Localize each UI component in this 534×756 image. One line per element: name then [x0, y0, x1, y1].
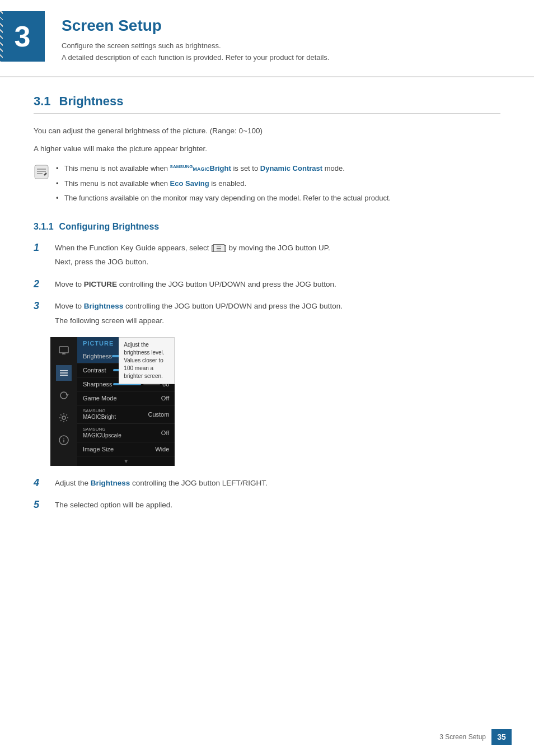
- step-number-5: 5: [34, 499, 50, 511]
- note-icon: [34, 164, 49, 180]
- step-text-5: The selected option will be applied.: [55, 499, 500, 514]
- step-number-4: 4: [34, 477, 50, 489]
- step-text-1: When the Function Key Guide appears, sel…: [55, 242, 500, 270]
- scroll-indicator: ▼: [77, 456, 175, 466]
- menu-item-magicupscale: SAMSUNG MAGICUpscale Off: [77, 424, 175, 442]
- step-number-2: 2: [34, 278, 50, 290]
- section-para-2: A higher value will make the picture app…: [34, 143, 500, 155]
- chapter-number-block: 3: [0, 11, 45, 62]
- menu-item-label-magicbright: SAMSUNG MAGICBright: [83, 409, 116, 420]
- sidebar-icon-info: [56, 432, 72, 448]
- step-text-4: Adjust the Brightness controlling the JO…: [55, 477, 500, 492]
- monitor-mockup-row: PICTURE Brightness 100 Contrast 75: [50, 337, 500, 466]
- step-2: 2 Move to PICTURE controlling the JOG bu…: [34, 278, 500, 293]
- section-header: 3.1 Brightness: [34, 94, 500, 114]
- sidebar-icon-rotate: [56, 388, 72, 403]
- section-title: Brightness: [59, 94, 124, 109]
- section-body: You can adjust the general brightness of…: [34, 125, 500, 208]
- chapter-number: 3: [15, 20, 31, 53]
- chapter-desc-2: A detailed description of each function …: [62, 53, 329, 62]
- note-box: This menu is not available when SAMSUNGM…: [34, 163, 500, 208]
- svg-rect-0: [35, 165, 48, 179]
- step-text-2: Move to PICTURE controlling the JOG butt…: [55, 278, 500, 293]
- menu-item-label-magicupscale: SAMSUNG MAGICUpscale: [83, 427, 121, 438]
- menu-item-label-brightness: Brightness: [83, 353, 112, 360]
- svg-rect-4: [59, 347, 68, 353]
- monitor-mockup: PICTURE Brightness 100 Contrast 75: [50, 337, 175, 466]
- sidebar-icon-monitor: [56, 343, 72, 358]
- menu-item-label-imagesize: Image Size: [83, 446, 114, 452]
- menu-item-label-sharpness: Sharpness: [83, 381, 113, 388]
- magicupscale-value: Off: [161, 430, 169, 436]
- sidebar-icon-settings: [56, 410, 72, 426]
- step-5: 5 The selected option will be applied.: [34, 499, 500, 514]
- footer-page-number: 35: [491, 729, 512, 745]
- monitor-tooltip: Adjust the brightness level. Values clos…: [119, 337, 175, 384]
- imagesize-value: Wide: [155, 446, 169, 452]
- section-number: 3.1: [34, 94, 51, 109]
- menu-item-gamemode: Game Mode Off: [77, 391, 175, 405]
- svg-point-13: [63, 437, 64, 438]
- note-item-1: This menu is not available when SAMSUNGM…: [56, 163, 391, 174]
- svg-point-10: [62, 416, 65, 419]
- gamemode-value: Off: [161, 395, 169, 402]
- note-item-3: The functions available on the monitor m…: [56, 193, 391, 204]
- menu-item-magicbright: SAMSUNG MAGICBright Custom: [77, 405, 175, 424]
- step-3: 3 Move to Brightness controlling the JOG…: [34, 300, 500, 329]
- magicbright-value: Custom: [148, 411, 169, 418]
- chapter-title: Screen Setup: [62, 17, 329, 35]
- main-content: 3.1 Brightness You can adjust the genera…: [0, 77, 534, 555]
- step-number-1: 1: [34, 242, 50, 254]
- menu-item-label-gamemode: Game Mode: [83, 395, 117, 402]
- footer-chapter-label: 3 Screen Setup: [439, 733, 486, 741]
- sidebar-icon-adjust: [56, 365, 72, 381]
- note-item-2: This menu is not available when Eco Savi…: [56, 178, 391, 189]
- subsection-number: 3.1.1: [34, 222, 54, 232]
- step-text-3: Move to Brightness controlling the JOG b…: [55, 300, 500, 329]
- chapter-header: 3 Screen Setup Configure the screen sett…: [0, 0, 534, 77]
- menu-item-imagesize: Image Size Wide: [77, 442, 175, 456]
- section-para-1: You can adjust the general brightness of…: [34, 125, 500, 137]
- subsection-header: 3.1.1 Configuring Brightness: [34, 222, 500, 232]
- chapter-desc-1: Configure the screen settings such as br…: [62, 41, 329, 50]
- step-1: 1 When the Function Key Guide appears, s…: [34, 242, 500, 270]
- subsection-title: Configuring Brightness: [59, 222, 160, 232]
- monitor-sidebar: [50, 337, 77, 466]
- menu-item-label-contrast: Contrast: [83, 367, 106, 374]
- chapter-title-block: Screen Setup Configure the screen settin…: [62, 11, 329, 65]
- step-4: 4 Adjust the Brightness controlling the …: [34, 477, 500, 492]
- page-footer: 3 Screen Setup 35: [439, 729, 512, 745]
- step-number-3: 3: [34, 300, 50, 312]
- note-list: This menu is not available when SAMSUNGM…: [56, 163, 391, 208]
